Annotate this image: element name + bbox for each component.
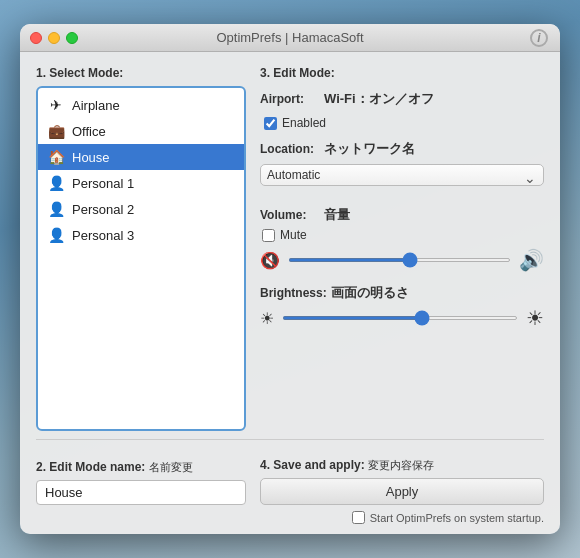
maximize-button[interactable] <box>66 32 78 44</box>
mode-item-personal3[interactable]: 👤 Personal 3 <box>38 222 244 248</box>
brightness-slider-row: ☀ ☀ <box>260 306 544 330</box>
personal3-icon: 👤 <box>48 227 64 243</box>
volume-jp: 音量 <box>324 206 350 224</box>
location-value: ネットワーク名 <box>324 140 415 158</box>
volume-low-icon: 🔇 <box>260 251 280 270</box>
mode-item-office[interactable]: 💼 Office <box>38 118 244 144</box>
mode-list-container: ✈ Airplane 💼 Office 🏠 House 👤 <box>36 86 246 431</box>
section4-label-text: 4. Save and apply: <box>260 458 365 472</box>
mute-checkbox[interactable] <box>262 229 275 242</box>
mode-item-personal2[interactable]: 👤 Personal 2 <box>38 196 244 222</box>
right-panel: 3. Edit Mode: Airport: Wi-Fi：オン／オフ Enabl… <box>260 66 544 431</box>
airport-value: Wi-Fi：オン／オフ <box>324 90 434 108</box>
traffic-lights <box>30 32 78 44</box>
volume-high-icon: 🔊 <box>519 248 544 272</box>
close-button[interactable] <box>30 32 42 44</box>
mute-label: Mute <box>280 228 307 242</box>
bottom-left: 2. Edit Mode name: 名前変更 <box>36 460 246 505</box>
brightness-low-icon: ☀ <box>260 309 274 328</box>
enabled-label: Enabled <box>282 116 326 130</box>
volume-label: Volume: <box>260 208 320 222</box>
mode-label-office: Office <box>72 124 106 139</box>
section2-label-jp: 名前変更 <box>149 461 193 473</box>
mode-item-personal1[interactable]: 👤 Personal 1 <box>38 170 244 196</box>
section2-label: 2. Edit Mode name: 名前変更 <box>36 460 246 475</box>
location-label: Location: <box>260 142 320 156</box>
location-row: Location: ネットワーク名 <box>260 140 544 158</box>
app-window: OptimPrefs | HamacaSoft i 1. Select Mode… <box>20 24 560 534</box>
brightness-high-icon: ☀ <box>526 306 544 330</box>
titlebar: OptimPrefs | HamacaSoft i <box>20 24 560 52</box>
brightness-row: Brightness: 画面の明るさ <box>260 284 544 302</box>
startup-checkbox[interactable] <box>352 511 365 524</box>
info-button[interactable]: i <box>530 29 548 47</box>
mode-label-personal2: Personal 2 <box>72 202 134 217</box>
mode-label-personal3: Personal 3 <box>72 228 134 243</box>
brightness-jp: 画面の明るさ <box>331 284 409 302</box>
personal2-icon: 👤 <box>48 201 64 217</box>
startup-row: Start OptimPrefs on system startup. <box>36 511 544 524</box>
left-panel: 1. Select Mode: ✈ Airplane 💼 Office 🏠 <box>36 66 246 431</box>
divider <box>36 439 544 440</box>
brightness-label: Brightness: <box>260 286 327 300</box>
enabled-row: Enabled <box>264 116 544 130</box>
mode-item-house[interactable]: 🏠 House <box>38 144 244 170</box>
section4-label-jp: 変更内容保存 <box>368 459 434 471</box>
enabled-checkbox[interactable] <box>264 117 277 130</box>
airplane-icon: ✈ <box>48 97 64 113</box>
window-title: OptimPrefs | HamacaSoft <box>216 30 363 45</box>
mode-item-airplane[interactable]: ✈ Airplane <box>38 92 244 118</box>
apply-button[interactable]: Apply <box>260 478 544 505</box>
section3-label: 3. Edit Mode: <box>260 66 544 80</box>
startup-label: Start OptimPrefs on system startup. <box>370 512 544 524</box>
personal1-icon: 👤 <box>48 175 64 191</box>
airport-row: Airport: Wi-Fi：オン／オフ <box>260 90 544 108</box>
volume-slider[interactable] <box>288 258 511 262</box>
section2-label-text: 2. Edit Mode name: <box>36 460 145 474</box>
mode-name-input[interactable] <box>36 480 246 505</box>
volume-row: Volume: 音量 <box>260 206 544 224</box>
mode-label-airplane: Airplane <box>72 98 120 113</box>
volume-slider-row: 🔇 🔊 <box>260 248 544 272</box>
house-icon: 🏠 <box>48 149 64 165</box>
mute-row: Mute <box>262 228 544 242</box>
minimize-button[interactable] <box>48 32 60 44</box>
bottom-right: 4. Save and apply: 変更内容保存 Apply <box>260 458 544 505</box>
brightness-slider[interactable] <box>282 316 518 320</box>
airport-label: Airport: <box>260 92 320 106</box>
main-row: 1. Select Mode: ✈ Airplane 💼 Office 🏠 <box>36 66 544 431</box>
main-content: 1. Select Mode: ✈ Airplane 💼 Office 🏠 <box>20 52 560 534</box>
location-select-wrapper: Automatic Home Work <box>260 164 544 196</box>
section1-label: 1. Select Mode: <box>36 66 246 80</box>
mode-list: ✈ Airplane 💼 Office 🏠 House 👤 <box>38 88 244 252</box>
office-icon: 💼 <box>48 123 64 139</box>
section4-label: 4. Save and apply: 変更内容保存 <box>260 458 544 473</box>
mode-label-personal1: Personal 1 <box>72 176 134 191</box>
mode-label-house: House <box>72 150 110 165</box>
location-select[interactable]: Automatic Home Work <box>260 164 544 186</box>
bottom-row: 2. Edit Mode name: 名前変更 4. Save and appl… <box>36 458 544 505</box>
